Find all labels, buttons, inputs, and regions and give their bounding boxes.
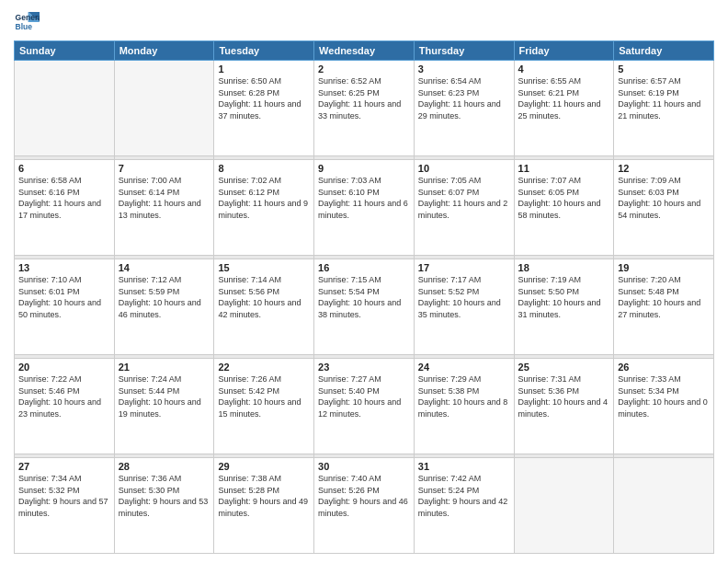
day-number: 21 [119,362,210,373]
day-number: 7 [119,163,210,174]
calendar-cell [114,61,214,156]
day-info: Sunrise: 7:10 AM Sunset: 6:01 PM Dayligh… [18,274,110,320]
calendar-cell: 26Sunrise: 7:33 AM Sunset: 5:34 PM Dayli… [614,359,714,454]
calendar-cell: 31Sunrise: 7:42 AM Sunset: 5:24 PM Dayli… [414,458,514,554]
week-row-5: 27Sunrise: 7:34 AM Sunset: 5:32 PM Dayli… [15,458,714,554]
calendar-cell: 7Sunrise: 7:00 AM Sunset: 6:14 PM Daylig… [114,160,214,256]
day-info: Sunrise: 6:55 AM Sunset: 6:21 PM Dayligh… [518,75,610,121]
day-info: Sunrise: 6:57 AM Sunset: 6:19 PM Dayligh… [618,75,710,121]
logo-icon: General Blue [14,9,40,35]
calendar-cell: 16Sunrise: 7:15 AM Sunset: 5:54 PM Dayli… [314,259,415,355]
calendar-cell: 12Sunrise: 7:09 AM Sunset: 6:03 PM Dayli… [614,160,714,256]
weekday-header-friday: Friday [514,41,614,61]
day-info: Sunrise: 7:02 AM Sunset: 6:12 PM Dayligh… [218,175,310,221]
day-info: Sunrise: 7:15 AM Sunset: 5:54 PM Dayligh… [318,274,410,320]
day-info: Sunrise: 7:20 AM Sunset: 5:48 PM Dayligh… [618,274,710,320]
day-number: 4 [518,63,610,75]
day-info: Sunrise: 7:42 AM Sunset: 5:24 PM Dayligh… [418,473,510,519]
calendar-cell: 15Sunrise: 7:14 AM Sunset: 5:56 PM Dayli… [214,259,314,355]
day-info: Sunrise: 7:24 AM Sunset: 5:44 PM Dayligh… [119,373,210,419]
day-number: 2 [318,63,410,75]
calendar-cell: 19Sunrise: 7:20 AM Sunset: 5:48 PM Dayli… [614,259,714,355]
day-info: Sunrise: 7:09 AM Sunset: 6:03 PM Dayligh… [618,175,710,221]
calendar-cell: 5Sunrise: 6:57 AM Sunset: 6:19 PM Daylig… [614,61,714,156]
svg-text:Blue: Blue [16,22,33,31]
weekday-header-wednesday: Wednesday [314,41,415,61]
calendar-cell: 14Sunrise: 7:12 AM Sunset: 5:59 PM Dayli… [114,259,214,355]
weekday-header-tuesday: Tuesday [214,41,314,61]
day-number: 15 [218,262,310,273]
calendar-cell: 27Sunrise: 7:34 AM Sunset: 5:32 PM Dayli… [15,458,115,554]
logo: General Blue [14,9,40,35]
calendar-cell [15,61,115,156]
weekday-header-thursday: Thursday [414,41,514,61]
day-number: 10 [418,163,510,174]
calendar-cell: 30Sunrise: 7:40 AM Sunset: 5:26 PM Dayli… [314,458,415,554]
day-number: 30 [318,461,410,472]
week-row-2: 6Sunrise: 6:58 AM Sunset: 6:16 PM Daylig… [15,160,714,256]
day-info: Sunrise: 7:29 AM Sunset: 5:38 PM Dayligh… [418,373,510,419]
day-info: Sunrise: 7:19 AM Sunset: 5:50 PM Dayligh… [518,274,610,320]
calendar-cell: 9Sunrise: 7:03 AM Sunset: 6:10 PM Daylig… [314,160,415,256]
day-info: Sunrise: 7:22 AM Sunset: 5:46 PM Dayligh… [18,373,110,419]
page: General Blue SundayMondayTuesdayWednesda… [0,0,728,563]
day-info: Sunrise: 7:27 AM Sunset: 5:40 PM Dayligh… [318,373,410,419]
day-info: Sunrise: 7:12 AM Sunset: 5:59 PM Dayligh… [119,274,210,320]
calendar-cell: 29Sunrise: 7:38 AM Sunset: 5:28 PM Dayli… [214,458,314,554]
day-number: 8 [218,163,310,174]
calendar-cell: 25Sunrise: 7:31 AM Sunset: 5:36 PM Dayli… [514,359,614,454]
calendar-cell: 22Sunrise: 7:26 AM Sunset: 5:42 PM Dayli… [214,359,314,454]
calendar-cell: 2Sunrise: 6:52 AM Sunset: 6:25 PM Daylig… [314,61,415,156]
day-number: 31 [418,461,510,472]
week-row-1: 1Sunrise: 6:50 AM Sunset: 6:28 PM Daylig… [15,61,714,156]
calendar-cell [614,458,714,554]
day-info: Sunrise: 7:14 AM Sunset: 5:56 PM Dayligh… [218,274,310,320]
day-info: Sunrise: 7:07 AM Sunset: 6:05 PM Dayligh… [518,175,610,221]
day-number: 17 [418,262,510,273]
day-info: Sunrise: 6:58 AM Sunset: 6:16 PM Dayligh… [18,175,110,221]
calendar-cell: 6Sunrise: 6:58 AM Sunset: 6:16 PM Daylig… [15,160,115,256]
calendar-cell: 21Sunrise: 7:24 AM Sunset: 5:44 PM Dayli… [114,359,214,454]
svg-text:General: General [16,13,40,22]
calendar-cell: 10Sunrise: 7:05 AM Sunset: 6:07 PM Dayli… [414,160,514,256]
calendar-cell: 13Sunrise: 7:10 AM Sunset: 6:01 PM Dayli… [15,259,115,355]
day-info: Sunrise: 6:50 AM Sunset: 6:28 PM Dayligh… [218,75,310,121]
day-info: Sunrise: 6:52 AM Sunset: 6:25 PM Dayligh… [318,75,410,121]
day-number: 28 [119,461,210,472]
calendar-table: SundayMondayTuesdayWednesdayThursdayFrid… [14,40,714,554]
day-info: Sunrise: 7:05 AM Sunset: 6:07 PM Dayligh… [418,175,510,221]
day-number: 11 [518,163,610,174]
day-info: Sunrise: 7:36 AM Sunset: 5:30 PM Dayligh… [119,473,210,519]
day-number: 3 [418,63,510,75]
day-number: 23 [318,362,410,373]
weekday-header-sunday: Sunday [15,41,115,61]
calendar-cell: 11Sunrise: 7:07 AM Sunset: 6:05 PM Dayli… [514,160,614,256]
day-number: 20 [18,362,110,373]
calendar-cell: 8Sunrise: 7:02 AM Sunset: 6:12 PM Daylig… [214,160,314,256]
day-number: 9 [318,163,410,174]
day-info: Sunrise: 7:03 AM Sunset: 6:10 PM Dayligh… [318,175,410,221]
day-number: 22 [218,362,310,373]
weekday-header-saturday: Saturday [614,41,714,61]
day-info: Sunrise: 7:38 AM Sunset: 5:28 PM Dayligh… [218,473,310,519]
day-number: 1 [218,63,310,75]
calendar-cell: 3Sunrise: 6:54 AM Sunset: 6:23 PM Daylig… [414,61,514,156]
day-info: Sunrise: 7:17 AM Sunset: 5:52 PM Dayligh… [418,274,510,320]
day-number: 13 [18,262,110,273]
day-number: 14 [119,262,210,273]
day-info: Sunrise: 6:54 AM Sunset: 6:23 PM Dayligh… [418,75,510,121]
day-number: 16 [318,262,410,273]
day-number: 29 [218,461,310,472]
day-info: Sunrise: 7:31 AM Sunset: 5:36 PM Dayligh… [518,373,610,419]
weekday-header-monday: Monday [114,41,214,61]
day-info: Sunrise: 7:40 AM Sunset: 5:26 PM Dayligh… [318,473,410,519]
day-number: 18 [518,262,610,273]
weekday-header-row: SundayMondayTuesdayWednesdayThursdayFrid… [15,41,714,61]
day-number: 26 [618,362,710,373]
calendar-cell: 17Sunrise: 7:17 AM Sunset: 5:52 PM Dayli… [414,259,514,355]
day-info: Sunrise: 7:00 AM Sunset: 6:14 PM Dayligh… [119,175,210,221]
week-row-3: 13Sunrise: 7:10 AM Sunset: 6:01 PM Dayli… [15,259,714,355]
day-number: 27 [18,461,110,472]
calendar-cell: 20Sunrise: 7:22 AM Sunset: 5:46 PM Dayli… [15,359,115,454]
day-info: Sunrise: 7:26 AM Sunset: 5:42 PM Dayligh… [218,373,310,419]
